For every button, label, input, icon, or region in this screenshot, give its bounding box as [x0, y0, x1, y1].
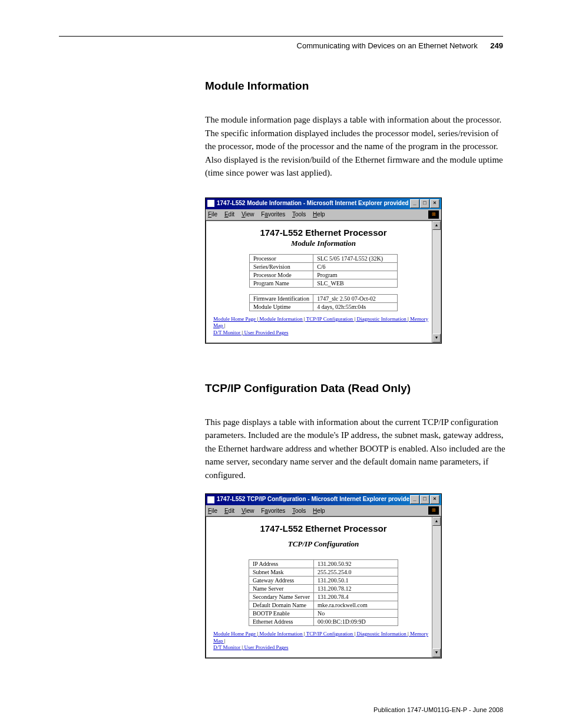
table-row: Subnet Mask255.255.254.0 — [249, 568, 398, 577]
inner-subheading: Module Information — [213, 239, 434, 248]
scrollbar[interactable]: ▲ ▼ — [432, 517, 441, 657]
section-body-tcpip: This page displays a table with informat… — [205, 416, 505, 482]
scroll-up-button[interactable]: ▲ — [432, 221, 441, 230]
scroll-down-button[interactable]: ▼ — [432, 648, 441, 657]
menubar: File Edit View Favorites Tools Help ⊞ — [206, 209, 441, 220]
table-row: Ethernet Address00:00:BC:1D:09:9D — [249, 618, 398, 626]
minimize-button[interactable]: _ — [410, 199, 419, 208]
section-body-module-info: The module information page displays a t… — [205, 113, 505, 180]
running-header: Communicating with Devices on an Etherne… — [297, 41, 503, 50]
inner-subheading: TCP/IP Configuration — [213, 539, 434, 549]
link[interactable]: User Provided Pages — [244, 330, 288, 335]
table-row: Default Domain Namemke.ra.rockwell.com — [249, 601, 398, 610]
titlebar: 1747-L552 Module Information - Microsoft… — [206, 198, 441, 209]
table-row: Series/RevisionC/6 — [249, 262, 397, 271]
inner-heading: 1747-L552 Ethernet Processor — [213, 228, 434, 238]
ie-throbber-icon: ⊞ — [428, 210, 439, 219]
scroll-up-button[interactable]: ▲ — [432, 517, 441, 526]
table-row: Program NameSLC_WEB — [249, 279, 397, 287]
header-divider — [59, 36, 503, 37]
section-heading-tcpip: TCP/IP Configuration Data (Read Only) — [205, 382, 505, 395]
menu-tools[interactable]: Tools — [292, 211, 306, 218]
menu-edit[interactable]: Edit — [224, 211, 234, 218]
menu-file[interactable]: File — [208, 211, 217, 218]
link[interactable]: Module Information — [259, 316, 302, 322]
publication-footer: Publication 1747-UM011G-EN-P - June 2008 — [373, 706, 503, 713]
table-row: ProcessorSLC 5/05 1747-L552 (32K) — [249, 254, 397, 262]
link[interactable]: TCP/IP Configuration — [306, 316, 353, 322]
ie-window-tcpip: 1747-L552 TCP/IP Configuration - Microso… — [205, 493, 442, 658]
inner-heading: 1747-L552 Ethernet Processor — [213, 523, 434, 533]
link[interactable]: Module Home Page — [213, 316, 256, 322]
table-row: Secondary Name Server131.200.78.4 — [249, 593, 398, 601]
menu-tools[interactable]: Tools — [292, 508, 306, 514]
scroll-down-button[interactable]: ▼ — [432, 334, 441, 342]
table-row: BOOTP EnableNo — [249, 610, 398, 618]
close-button[interactable]: × — [430, 199, 439, 208]
tcpip-table: IP Address131.200.50.92 Subnet Mask255.2… — [249, 559, 398, 626]
link[interactable]: D/T Monitor — [213, 644, 240, 650]
table-row: IP Address131.200.50.92 — [249, 560, 398, 568]
scrollbar[interactable]: ▲ ▼ — [432, 221, 441, 342]
nav-links: Module Home Page | Module Information | … — [213, 631, 434, 651]
menu-view[interactable]: View — [242, 211, 254, 218]
page-number: 249 — [490, 41, 503, 50]
close-button[interactable]: × — [430, 495, 439, 504]
link[interactable]: Module Information — [259, 631, 302, 637]
link[interactable]: D/T Monitor — [213, 330, 240, 335]
maximize-button[interactable]: □ — [420, 199, 429, 208]
table-row: Name Server131.200.78.12 — [249, 585, 398, 593]
ie-icon — [207, 496, 214, 503]
menu-edit[interactable]: Edit — [224, 508, 234, 514]
window-title: 1747-L552 Module Information - Microsoft… — [217, 200, 409, 206]
link[interactable]: Diagnostic Information — [356, 316, 406, 322]
menu-help[interactable]: Help — [313, 211, 325, 218]
minimize-button[interactable]: _ — [410, 495, 419, 504]
ie-throbber-icon: ⊞ — [428, 506, 439, 515]
table-row: Processor ModeProgram — [249, 271, 397, 279]
menu-file[interactable]: File — [208, 508, 217, 514]
menu-view[interactable]: View — [242, 508, 254, 514]
link[interactable]: Module Home Page — [213, 631, 256, 637]
table-row: Gateway Address131.200.50.1 — [249, 577, 398, 585]
header-title: Communicating with Devices on an Etherne… — [297, 41, 478, 50]
ie-icon — [207, 200, 214, 207]
window-title: 1747-L552 TCP/IP Configuration - Microso… — [217, 496, 409, 502]
menu-favorites[interactable]: Favorites — [261, 211, 285, 218]
table-row: Module Uptime4 days, 02h:55m:04s — [249, 302, 397, 311]
page-content: ▲ ▼ 1747-L552 Ethernet Processor Module … — [206, 220, 441, 343]
page-content: ▲ ▼ 1747-L552 Ethernet Processor TCP/IP … — [206, 516, 441, 658]
menu-help[interactable]: Help — [313, 508, 325, 514]
module-info-table: ProcessorSLC 5/05 1747-L552 (32K) Series… — [249, 254, 398, 311]
table-row: Firmware Identification1747_slc 2.50 07-… — [249, 294, 397, 302]
menu-favorites[interactable]: Favorites — [261, 508, 285, 514]
menubar: File Edit View Favorites Tools Help ⊞ — [206, 505, 441, 516]
link[interactable]: Diagnostic Information — [356, 631, 406, 637]
ie-window-module-info: 1747-L552 Module Information - Microsoft… — [205, 197, 442, 344]
link[interactable]: User Provided Pages — [244, 644, 288, 650]
titlebar: 1747-L552 TCP/IP Configuration - Microso… — [206, 494, 441, 505]
link[interactable]: TCP/IP Configuration — [306, 631, 353, 637]
nav-links: Module Home Page | Module Information | … — [213, 316, 434, 337]
maximize-button[interactable]: □ — [420, 495, 429, 504]
section-heading-module-info: Module Information — [205, 80, 505, 93]
